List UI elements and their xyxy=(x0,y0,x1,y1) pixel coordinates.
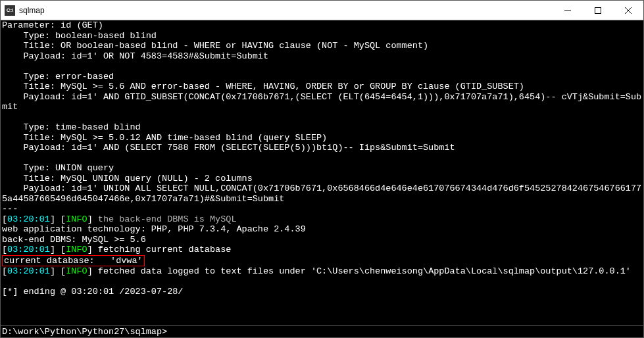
output-line: Title: MySQL >= 5.6 AND error-based - WH… xyxy=(2,82,642,92)
output-line: back-end DBMS: MySQL >= 5.6 xyxy=(2,235,642,245)
terminal-output[interactable]: Parameter: id (GET) Type: boolean-based … xyxy=(1,20,643,326)
output-line: Payload: id=1' OR NOT 4583=4583#&Submit=… xyxy=(2,51,642,62)
window-title: sqlmap xyxy=(19,6,553,15)
output-line: Title: MySQL UNION query (NULL) - 2 colu… xyxy=(2,174,642,184)
output-line: Type: UNION query xyxy=(2,163,642,174)
window-controls xyxy=(553,1,643,20)
output-line: [03:20:01] [INFO] fetched data logged to… xyxy=(2,266,642,277)
output-line: --- xyxy=(2,204,642,214)
output-line: Title: MySQL >= 5.0.12 AND time-based bl… xyxy=(2,133,642,143)
titlebar[interactable]: C:\ sqlmap xyxy=(1,1,643,20)
minimize-button[interactable] xyxy=(553,1,583,20)
prompt-line[interactable]: D:\work\Python\Python27\sqlmap> xyxy=(1,326,643,337)
output-line xyxy=(2,153,642,164)
close-button[interactable] xyxy=(613,1,643,20)
output-line: Payload: id=1' UNION ALL SELECT NULL,CON… xyxy=(2,183,642,204)
output-line: Payload: id=1' AND GTID_SUBSET(CONCAT(0x… xyxy=(2,92,642,112)
output-line: Title: OR boolean-based blind - WHERE or… xyxy=(2,41,642,51)
current-database-highlight: current database: 'dvwa' xyxy=(2,255,145,267)
output-line: Type: boolean-based blind xyxy=(2,31,642,41)
output-line: Type: error-based xyxy=(2,72,642,82)
svg-rect-1 xyxy=(595,7,601,13)
output-line: Type: time-based blind xyxy=(2,122,642,133)
output-line: [03:20:01] [INFO] the back-end DBMS is M… xyxy=(2,214,642,225)
cmd-icon: C:\ xyxy=(5,5,15,16)
output-line xyxy=(2,112,642,123)
output-line: [03:20:01] [INFO] fetching current datab… xyxy=(2,245,642,255)
maximize-button[interactable] xyxy=(583,1,613,20)
output-line xyxy=(2,61,642,72)
output-line: [*] ending @ 03:20:01 /2023-07-28/ xyxy=(2,287,642,297)
output-line: Payload: id=1' AND (SELECT 7588 FROM (SE… xyxy=(2,143,642,153)
output-line: Parameter: id (GET) xyxy=(2,20,642,31)
output-line: current database: 'dvwa' xyxy=(2,255,642,267)
output-line xyxy=(2,277,642,287)
window: C:\ sqlmap Parameter: id (GET) Type: boo… xyxy=(0,0,644,338)
output-line: web application technology: PHP, PHP 7.3… xyxy=(2,224,642,235)
output-line xyxy=(2,297,642,308)
